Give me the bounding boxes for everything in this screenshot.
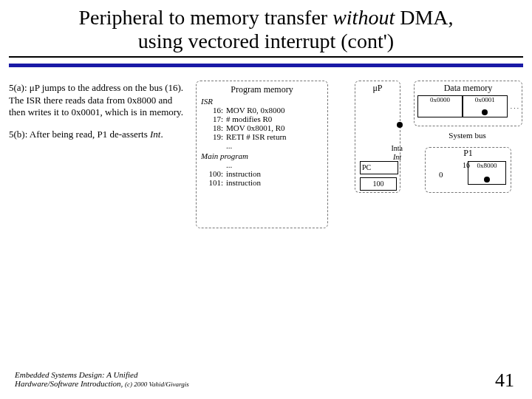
- isr-label: ISR: [201, 97, 323, 106]
- inta-label: Inta: [391, 144, 403, 152]
- step-5b: 5(b): After being read, P1 de-asserts In…: [9, 129, 186, 140]
- pc-value-box: 100: [360, 177, 397, 191]
- step-5a: 5(a): μP jumps to the address on the bus…: [9, 82, 186, 118]
- data-memory-header: Data memory: [415, 83, 522, 94]
- bus-dot-icon: [397, 122, 403, 128]
- footer-citation: Embedded Systems Design: A Unified Hardw…: [15, 370, 236, 389]
- title-rule: [9, 56, 523, 67]
- system-bus-label: System bus: [414, 131, 521, 140]
- p1-label: P1: [426, 148, 511, 159]
- description-text: 5(a): μP jumps to the address on the bus…: [9, 82, 186, 151]
- page-number: 41: [495, 369, 514, 392]
- title-italic: without: [332, 6, 395, 29]
- microprocessor-box: μP Inta Int PC 100: [355, 81, 400, 193]
- ellipsis: . . .: [511, 103, 519, 110]
- peripheral-p1-box: P1 0 16 0x8000: [425, 147, 511, 193]
- p1-register: 0x8000: [468, 161, 506, 185]
- data-dot-icon: [482, 109, 488, 115]
- program-memory-box: Program memory ISR 16:MOV R0, 0x8000 17:…: [196, 81, 328, 228]
- pc-box: PC: [360, 161, 398, 174]
- p1-dot-icon: [484, 177, 490, 183]
- mem-cell-1: 0x0001: [463, 95, 508, 117]
- title-part2: DMA,: [395, 6, 453, 29]
- up-label: μP: [355, 83, 400, 94]
- mem-cell-0: 0x0000: [417, 95, 463, 117]
- title-part1: Peripheral to memory transfer: [78, 6, 332, 29]
- main-program-label: Main program: [201, 151, 323, 160]
- p1-zero: 0: [439, 170, 443, 179]
- int-label: Int: [393, 153, 401, 161]
- slide-title: Peripheral to memory transfer without DM…: [0, 0, 532, 56]
- data-memory-box: Data memory 0x0000 0x0001 . . .: [414, 81, 522, 126]
- title-line2: using vectored interrupt (cont'): [138, 30, 394, 52]
- program-memory-header: Program memory: [201, 84, 323, 95]
